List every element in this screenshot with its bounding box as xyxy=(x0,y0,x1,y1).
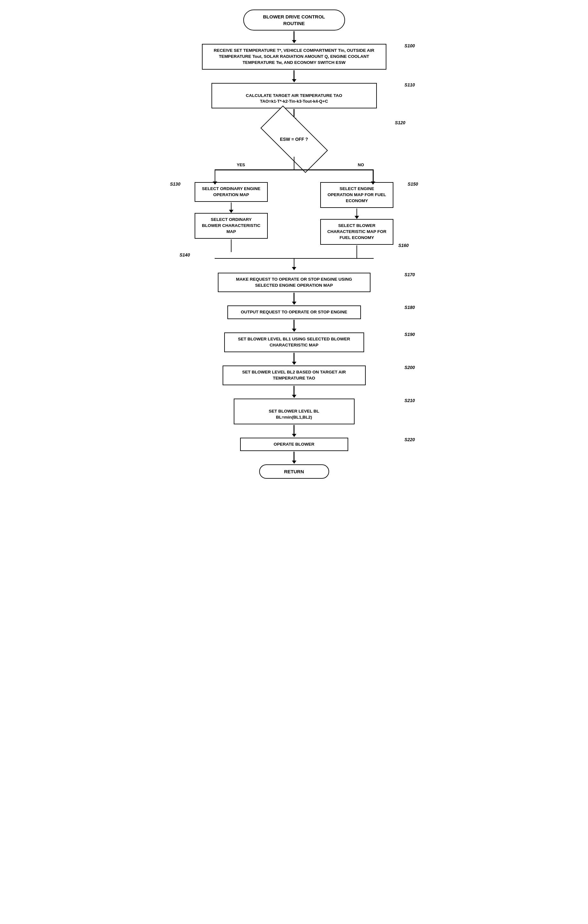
arrow-right xyxy=(371,182,375,185)
s110-box: CALCULATE TARGET AIR TEMPERATURE TAO TAO… xyxy=(211,83,377,109)
s120-label: S120 xyxy=(395,120,405,125)
s160-label: S160 xyxy=(398,243,409,249)
arrow-s190 xyxy=(294,353,294,362)
s130-label: S130 xyxy=(170,182,181,186)
center-line-down xyxy=(294,157,294,170)
s220-text: OPERATE BLOWER xyxy=(274,442,314,447)
s180-box: OUTPUT REQUEST TO OPERATE OR STOP ENGINE xyxy=(227,305,361,319)
s210-box: SET BLOWER LEVEL BL BL=min(BL1,BL2) xyxy=(234,399,355,424)
s150-label: S150 xyxy=(408,182,418,186)
branch-row: S130 SELECT ORDINARY ENGINE OPERATION MA… xyxy=(173,182,415,258)
s200-text: SET BLOWER LEVEL BL2 BASED ON TARGET AIR… xyxy=(242,370,346,381)
s210-label: S210 xyxy=(405,398,415,403)
s220-label: S220 xyxy=(405,437,415,442)
arrow-s210 xyxy=(294,425,294,434)
s180-label: S180 xyxy=(405,305,415,310)
arrow-s180 xyxy=(294,320,294,329)
arrow-2 xyxy=(294,70,294,80)
arrow-left xyxy=(213,182,217,185)
s170-box: MAKE REQUEST TO OPERATE OR STOP ENGINE U… xyxy=(218,273,370,292)
s200-box: SET BLOWER LEVEL BL2 BASED ON TARGET AIR… xyxy=(223,366,366,385)
right-merge-line xyxy=(357,245,357,258)
s220-box: OPERATE BLOWER xyxy=(240,438,348,451)
return-text: RETURN xyxy=(284,469,304,474)
right-h-line xyxy=(294,170,374,170)
right-branch: S150 SELECT ENGINE OPERATION MAP FOR FUE… xyxy=(299,182,415,258)
s200-label: S200 xyxy=(405,365,415,370)
arrow-1 xyxy=(294,31,294,41)
merge-center-down xyxy=(294,258,294,267)
arrow-s170 xyxy=(294,293,294,302)
arrow-s130-down xyxy=(231,203,232,210)
arrow-s200 xyxy=(294,386,294,395)
flowchart: BLOWER DRIVE CONTROL ROUTINE S100 RECEIV… xyxy=(173,7,415,488)
right-v-line xyxy=(373,170,374,182)
left-h-line xyxy=(215,170,294,170)
left-branch: S130 SELECT ORDINARY ENGINE OPERATION MA… xyxy=(173,182,289,252)
no-label: NO xyxy=(358,162,364,167)
s210-text: SET BLOWER LEVEL BL BL=min(BL1,BL2) xyxy=(269,409,319,419)
s160-box: SELECT BLOWER CHARACTERISTIC MAP FOR FUE… xyxy=(320,219,393,245)
s170-label: S170 xyxy=(405,272,415,277)
s180-text: OUTPUT REQUEST TO OPERATE OR STOP ENGINE xyxy=(241,310,347,314)
s100-text: RECEIVE SET TEMPERATURE T*, VEHICLE COMP… xyxy=(214,48,374,65)
s190-label: S190 xyxy=(405,332,415,337)
s100-label: S100 xyxy=(405,43,415,48)
s140-left-text: SELECT ORDINARY BLOWER CHARACTERISTIC MA… xyxy=(202,217,261,234)
s110-label: S110 xyxy=(405,82,415,87)
s150-box: SELECT ENGINE OPERATION MAP FOR FUEL ECO… xyxy=(320,182,393,208)
s160-text: SELECT BLOWER CHARACTERISTIC MAP FOR FUE… xyxy=(327,223,386,240)
s170-text: MAKE REQUEST TO OPERATE OR STOP ENGINE U… xyxy=(236,277,352,288)
branch-connector: YES NO xyxy=(173,157,415,182)
s140-left-box: SELECT ORDINARY BLOWER CHARACTERISTIC MA… xyxy=(195,213,268,239)
arrow-s220 xyxy=(294,452,294,461)
s130-text: SELECT ORDINARY ENGINE OPERATION MAP xyxy=(202,186,261,197)
s190-box: SET BLOWER LEVEL BL1 USING SELECTED BLOW… xyxy=(224,332,364,352)
s130-box: SELECT ORDINARY ENGINE OPERATION MAP xyxy=(195,182,268,202)
s110-text: CALCULATE TARGET AIR TEMPERATURE TAO TAO… xyxy=(246,93,342,104)
start-node: BLOWER DRIVE CONTROL ROUTINE xyxy=(243,10,345,31)
yes-label: YES xyxy=(237,162,245,167)
merge-arrow xyxy=(292,267,296,270)
merge-area: S140 xyxy=(173,258,415,267)
arrow-s150-down xyxy=(357,208,357,216)
s120-text: ESW = OFF ? xyxy=(280,136,308,142)
s140-label: S140 xyxy=(180,252,190,257)
s100-box: RECEIVE SET TEMPERATURE T*, VEHICLE COMP… xyxy=(202,44,386,69)
title-text: BLOWER DRIVE CONTROL ROUTINE xyxy=(263,14,325,26)
s120-diamond: ESW = OFF ? xyxy=(259,122,329,157)
s190-text: SET BLOWER LEVEL BL1 USING SELECTED BLOW… xyxy=(238,337,350,347)
s150-text: SELECT ENGINE OPERATION MAP FOR FUEL ECO… xyxy=(327,186,386,203)
return-node: RETURN xyxy=(259,464,329,478)
left-v-line xyxy=(215,170,216,182)
left-merge-line xyxy=(231,239,232,252)
